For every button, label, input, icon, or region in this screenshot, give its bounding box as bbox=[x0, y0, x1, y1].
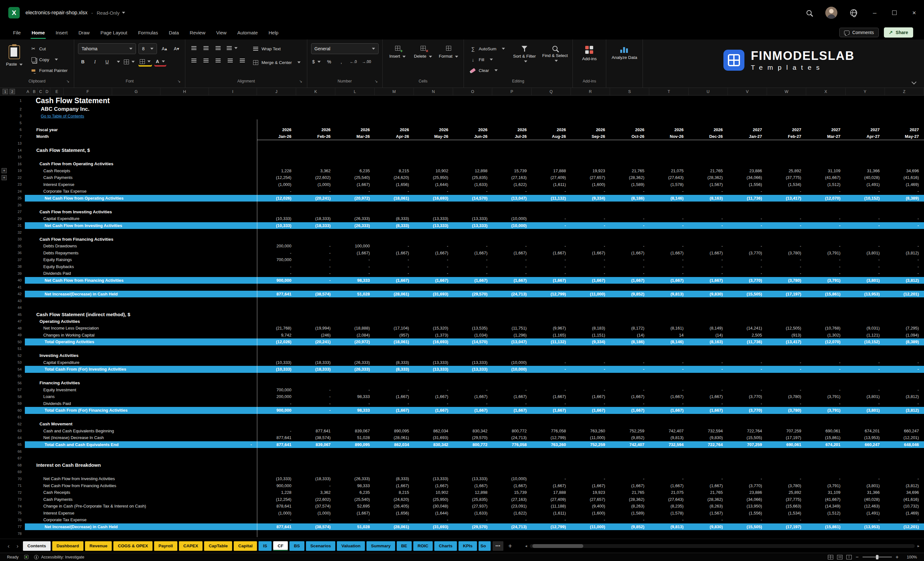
cell[interactable]: (3,791) bbox=[806, 407, 845, 414]
menu-file[interactable]: File bbox=[8, 26, 26, 39]
bold-button[interactable]: B bbox=[78, 57, 87, 66]
cell[interactable]: (38,574) bbox=[296, 291, 336, 298]
cell[interactable]: (30,048) bbox=[414, 503, 453, 510]
cell[interactable]: (9,852) bbox=[610, 291, 650, 298]
cell[interactable]: (8,333) bbox=[375, 366, 414, 373]
cell[interactable]: (1,667) bbox=[689, 407, 728, 414]
cell[interactable]: (15,861) bbox=[806, 434, 845, 441]
cell[interactable]: (3,812) bbox=[885, 482, 924, 489]
row-number[interactable]: 65 bbox=[18, 442, 22, 446]
cell[interactable]: 19,923 bbox=[571, 168, 610, 174]
cell[interactable]: (9,852) bbox=[610, 434, 650, 441]
cell[interactable]: 23,886 bbox=[728, 168, 767, 174]
cell[interactable]: (12,070) bbox=[806, 195, 845, 202]
cell[interactable]: May-26 bbox=[414, 133, 453, 140]
row-number[interactable]: 29 bbox=[18, 217, 22, 220]
minimize-button[interactable]: – bbox=[865, 0, 885, 26]
number-dialog-launcher[interactable]: ↘ bbox=[375, 79, 378, 83]
row-number[interactable]: 19 bbox=[18, 169, 22, 172]
cell[interactable]: - bbox=[571, 270, 610, 277]
cell[interactable]: (1,667) bbox=[571, 250, 610, 256]
cell[interactable]: (25,835) bbox=[453, 174, 493, 181]
sheet-tab-so[interactable]: So bbox=[478, 541, 490, 551]
cell[interactable]: 12,898 bbox=[453, 168, 493, 174]
menu-view[interactable]: View bbox=[211, 26, 232, 39]
cell[interactable]: 25,892 bbox=[767, 168, 806, 174]
autosum-button[interactable]: ∑AutoSum bbox=[468, 43, 508, 54]
grow-font-button[interactable]: A▴ bbox=[159, 44, 169, 54]
cell[interactable]: (1,589) bbox=[610, 510, 650, 517]
cell[interactable]: (11,736) bbox=[728, 195, 767, 202]
cell[interactable]: - bbox=[493, 243, 532, 250]
cell[interactable]: - bbox=[728, 256, 767, 263]
account-button[interactable] bbox=[820, 0, 843, 26]
cell[interactable]: 742,407 bbox=[650, 428, 689, 435]
cell[interactable]: (9,031) bbox=[846, 325, 885, 332]
zoom-level[interactable]: 100% bbox=[902, 555, 917, 560]
cell[interactable]: (15,505) bbox=[728, 524, 767, 530]
cell[interactable]: (34,066) bbox=[728, 174, 767, 181]
cell[interactable]: 2026 bbox=[689, 126, 728, 134]
cell[interactable]: (20,241) bbox=[296, 339, 336, 345]
row-number[interactable]: 50 bbox=[18, 340, 22, 344]
cell[interactable]: (3,780) bbox=[767, 407, 806, 414]
cell[interactable]: - bbox=[806, 215, 845, 222]
search-button[interactable] bbox=[798, 0, 820, 26]
cell[interactable]: 1,228 bbox=[257, 168, 296, 174]
paste-button[interactable]: Paste bbox=[4, 43, 25, 76]
cell[interactable]: (26,333) bbox=[336, 359, 375, 366]
cell[interactable]: (1,534) bbox=[767, 181, 806, 188]
cell[interactable]: (3,791) bbox=[806, 393, 845, 400]
menu-home[interactable]: Home bbox=[26, 26, 50, 39]
cell[interactable]: - bbox=[846, 400, 885, 407]
cell[interactable]: (15,663) bbox=[767, 503, 806, 510]
cell[interactable]: - bbox=[257, 188, 296, 195]
cell[interactable]: (8,186) bbox=[610, 195, 650, 202]
cell[interactable]: - bbox=[532, 387, 571, 393]
cell[interactable]: (9,830) bbox=[689, 524, 728, 530]
cell[interactable]: (3,780) bbox=[767, 277, 806, 284]
cell[interactable]: (1,121) bbox=[846, 332, 885, 339]
cell[interactable]: 2027 bbox=[767, 126, 806, 134]
cell[interactable]: (1,611) bbox=[532, 181, 571, 188]
cell[interactable]: 200,000 bbox=[257, 243, 296, 250]
cell[interactable]: 742,407 bbox=[610, 441, 650, 448]
cell[interactable]: - bbox=[689, 222, 728, 229]
row-number[interactable]: 71 bbox=[18, 484, 22, 488]
cell[interactable]: (1,151) bbox=[571, 332, 610, 339]
row-number[interactable]: 27 bbox=[18, 210, 22, 214]
cell[interactable]: - bbox=[571, 387, 610, 393]
cell[interactable]: - bbox=[885, 516, 924, 524]
cell[interactable]: - bbox=[846, 222, 885, 229]
cell[interactable]: - bbox=[728, 222, 767, 229]
cell[interactable]: (1,578) bbox=[650, 510, 689, 517]
cell[interactable]: - bbox=[375, 243, 414, 250]
cell[interactable]: - bbox=[257, 250, 296, 256]
row-number[interactable]: 49 bbox=[18, 333, 22, 337]
cell[interactable]: (1,667) bbox=[453, 277, 493, 284]
cell[interactable]: 700,000 bbox=[257, 256, 296, 263]
row-number[interactable]: 13 bbox=[18, 141, 22, 145]
cell[interactable]: - bbox=[885, 243, 924, 250]
row-number[interactable]: 1 bbox=[20, 99, 22, 102]
cell[interactable]: (27,657) bbox=[571, 174, 610, 181]
cell[interactable]: - bbox=[767, 256, 806, 263]
cell[interactable]: (18,888) bbox=[336, 325, 375, 332]
column-header-Y[interactable]: Y bbox=[846, 88, 885, 95]
cell[interactable]: 31,109 bbox=[806, 168, 845, 174]
alignment-dialog-launcher[interactable]: ↘ bbox=[299, 79, 303, 83]
cell[interactable]: - bbox=[689, 215, 728, 222]
cell[interactable]: 2026 bbox=[650, 126, 689, 134]
cell[interactable]: (1,667) bbox=[493, 393, 532, 400]
cell[interactable]: - bbox=[336, 256, 375, 263]
column-header-D[interactable]: D bbox=[44, 88, 50, 95]
cell[interactable]: (17,197) bbox=[767, 291, 806, 298]
cell[interactable]: (1,667) bbox=[375, 407, 414, 414]
cell[interactable]: - bbox=[806, 476, 845, 482]
cell[interactable]: 752,259 bbox=[610, 428, 650, 435]
row-number[interactable]: 78 bbox=[18, 532, 22, 536]
cell[interactable]: 900,000 bbox=[257, 407, 296, 414]
cell[interactable]: - bbox=[453, 256, 493, 263]
cell[interactable]: - bbox=[571, 476, 610, 482]
cell[interactable]: - bbox=[846, 366, 885, 373]
